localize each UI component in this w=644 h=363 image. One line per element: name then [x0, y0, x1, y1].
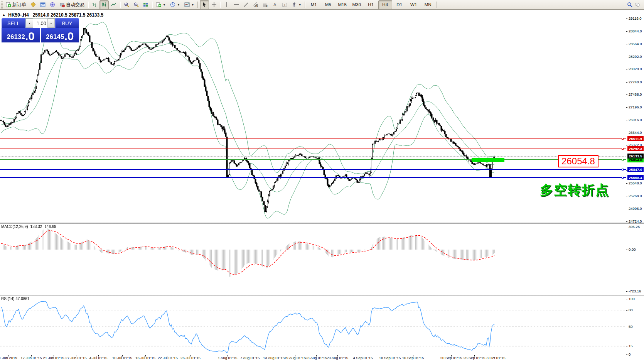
rsi-canvas[interactable] — [0, 296, 626, 355]
arrow-styles-button[interactable]: ▼ — [290, 0, 303, 9]
line-chart-button[interactable] — [109, 0, 118, 9]
chevron-down-icon: ▼ — [191, 3, 194, 7]
vertical-line-button[interactable] — [222, 0, 231, 9]
price-annotation-box[interactable]: 26054.8 — [558, 155, 598, 167]
arrow-styles-icon — [292, 2, 297, 7]
trendline-button[interactable] — [241, 0, 251, 9]
macd-tick-label: -723.16 — [629, 289, 641, 293]
macd-label: MACD(12,26,9) -133.32 -146.69 — [1, 225, 56, 229]
time-tick-label: 20 Sep 01:15 — [440, 356, 462, 360]
rsi-tick-label: 0 — [629, 352, 631, 356]
horizontal-line-button[interactable] — [232, 0, 241, 9]
bar-chart-button[interactable] — [90, 0, 99, 9]
time-tick-label: 4 Sep 01:15 — [353, 356, 373, 360]
zoom-out-button[interactable] — [131, 0, 141, 9]
toolbar-grip[interactable] — [1, 1, 3, 9]
chat-icon[interactable] — [635, 2, 640, 7]
tile-windows-button[interactable] — [141, 0, 150, 9]
line-handle[interactable] — [622, 177, 624, 179]
timeframe-h4[interactable]: H4 — [378, 0, 392, 9]
price-tick-label: 26644.0 — [629, 130, 642, 135]
macd-canvas[interactable] — [0, 224, 626, 295]
cursor-icon — [202, 2, 207, 7]
text-button[interactable]: A — [270, 0, 280, 9]
cursor-button[interactable] — [200, 0, 209, 9]
svg-text:T: T — [283, 3, 285, 7]
new-order-label: 新订单 — [12, 2, 26, 8]
macd-pane-separator[interactable] — [0, 223, 644, 224]
buy-price[interactable]: 26145 .0 — [41, 28, 79, 42]
horizontal-line-icon — [234, 2, 239, 7]
rsi-pane-separator[interactable] — [0, 295, 644, 296]
time-tick-label: 26 Jul 01:15 — [180, 356, 201, 360]
price-line-26292.3[interactable] — [0, 149, 626, 149]
sell-price-frac: .0 — [25, 31, 35, 42]
zoom-in-button[interactable] — [122, 0, 131, 9]
line-handle[interactable] — [622, 159, 624, 161]
volume-input[interactable] — [33, 19, 47, 28]
timeframe-m15[interactable]: M15 — [335, 0, 349, 9]
chevron-down-icon: ▼ — [298, 3, 302, 7]
line-handle[interactable] — [622, 169, 624, 171]
time-tick-label: 16 Jul 01:15 — [135, 356, 155, 360]
price-line-25668.4[interactable] — [0, 177, 626, 178]
price-line-25847.0[interactable] — [0, 169, 626, 170]
sell-price[interactable]: 26132 .0 — [2, 28, 40, 42]
price-tick-label: 26916.0 — [629, 118, 642, 122]
price-tick-label: 27740.0 — [629, 80, 642, 84]
period-clock-button[interactable]: ▼ — [168, 0, 182, 9]
timeframe-m5[interactable]: M5 — [321, 0, 335, 9]
strategy-tester-button[interactable] — [48, 0, 57, 9]
new-order-button[interactable]: 新订单 — [4, 0, 28, 9]
line-chart-icon — [111, 2, 116, 7]
timeframe-w1[interactable]: W1 — [407, 0, 421, 9]
price-tick-label: 28844.0 — [629, 29, 642, 33]
timeframe-m1[interactable]: M1 — [307, 0, 321, 9]
timeframe-h1[interactable]: H1 — [364, 0, 378, 9]
svg-text:F: F — [266, 5, 268, 7]
data-window-button[interactable] — [38, 0, 47, 9]
timeframe-mn[interactable]: MN — [421, 0, 435, 9]
price-tick-label: 24996.0 — [629, 206, 642, 211]
sell-button[interactable]: SELL — [2, 18, 25, 28]
text-label-icon: T — [282, 2, 287, 7]
volume-decrease-button[interactable]: ▼ — [26, 19, 33, 28]
text-label-button[interactable]: T — [280, 0, 289, 9]
autotrading-icon — [59, 2, 65, 7]
buy-button[interactable]: BUY — [55, 18, 79, 28]
price-tick-label: 28564.0 — [629, 42, 642, 46]
candlestick-chart-button[interactable] — [99, 0, 109, 9]
time-tick-label: 22 Jul 01:15 — [158, 356, 178, 360]
price-line-26054.8[interactable] — [0, 159, 626, 160]
market-watch-icon — [30, 2, 36, 7]
time-axis-line — [0, 355, 644, 355]
trendline-icon — [243, 2, 249, 7]
main-chart-canvas[interactable] — [0, 11, 626, 223]
equidistant-channel-button[interactable]: E — [251, 0, 260, 9]
time-tick-label: 23 Aug 01:15 — [305, 356, 327, 360]
crosshair-button[interactable] — [209, 0, 219, 9]
add-chart-button[interactable]: ▼ — [154, 0, 168, 9]
highlight-segment[interactable] — [472, 158, 504, 162]
line-handle[interactable] — [622, 138, 624, 140]
turning-point-annotation[interactable]: 多空转折点 — [540, 181, 609, 199]
timeframe-m30[interactable]: M30 — [350, 0, 364, 9]
time-tick-label: 7 Aug 01:15 — [240, 356, 260, 360]
add-chart-icon — [156, 2, 161, 7]
period-clock-icon — [170, 2, 175, 7]
zoom-out-icon — [133, 2, 139, 7]
template-button[interactable]: ▼ — [182, 0, 196, 9]
rsi-label: RSI(14) 47.0861 — [1, 297, 29, 301]
line-handle[interactable] — [622, 148, 624, 150]
candlestick-chart-icon — [101, 2, 107, 7]
time-tick-label: 29 Aug 01:15 — [327, 356, 348, 360]
volume-increase-button[interactable]: ▲ — [47, 19, 55, 28]
autotrading-button[interactable]: 自动交易 — [57, 0, 86, 9]
market-watch-button[interactable] — [29, 0, 38, 9]
equidistant-channel-icon: E — [253, 2, 258, 7]
timeframe-d1[interactable]: D1 — [393, 0, 406, 9]
fibonacci-button[interactable]: F — [261, 0, 270, 9]
autotrading-label: 自动交易 — [66, 2, 84, 8]
price-line-26511.9[interactable] — [0, 138, 626, 139]
search-icon[interactable] — [627, 2, 632, 7]
